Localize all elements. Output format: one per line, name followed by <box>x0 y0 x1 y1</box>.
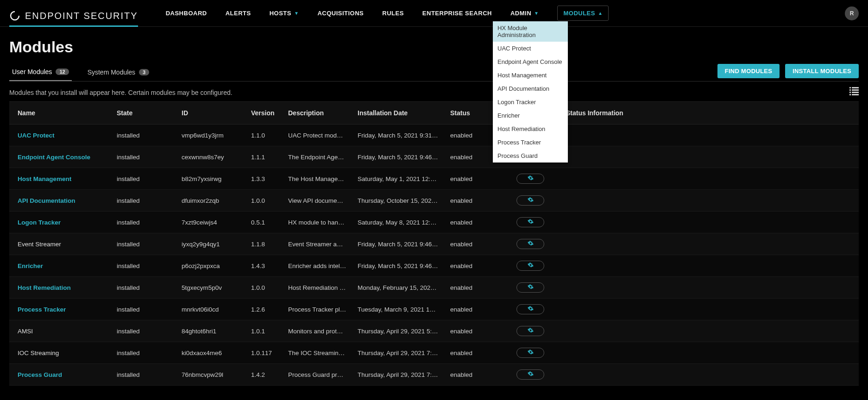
cell-status: enabled <box>445 125 500 146</box>
svg-rect-6 <box>852 92 859 93</box>
cell-status-info <box>560 364 859 386</box>
cell-id: p6ozj2pxpxca <box>176 255 245 277</box>
nav-hosts[interactable]: HOSTS▼ <box>270 10 299 17</box>
dropdown-item-endpoint-agent[interactable]: Endpoint Agent Console <box>493 55 568 69</box>
tab-system-modules[interactable]: System Modules 3 <box>85 63 152 81</box>
module-name: IOC Streaming <box>18 350 59 356</box>
table-row: Process Trackerinstalledmnrkvt06i0cd1.2.… <box>9 299 859 320</box>
gear-button[interactable] <box>516 217 544 227</box>
brand-logo-icon <box>9 10 20 21</box>
nav-admin[interactable]: ADMIN▼ <box>510 10 539 17</box>
cell-state: installed <box>111 168 176 190</box>
nav-dashboard[interactable]: DASHBOARD <box>166 10 207 17</box>
module-name[interactable]: Logon Tracker <box>18 219 61 226</box>
dropdown-item-process-tracker[interactable]: Process Tracker <box>493 136 568 149</box>
cell-version: 1.4.3 <box>245 255 283 277</box>
svg-rect-7 <box>849 94 851 95</box>
cell-install-date: Thursday, April 29, 2021 7:05 PM ... <box>352 342 445 364</box>
cell-id: 76nbmcvpw29l <box>176 364 245 386</box>
cell-action <box>500 299 560 320</box>
cell-status: enabled <box>445 190 500 212</box>
gear-button[interactable] <box>516 195 544 206</box>
cell-action <box>500 255 560 277</box>
tab-label: User Modules <box>12 68 52 75</box>
module-name[interactable]: API Documentation <box>18 197 75 204</box>
gear-icon <box>528 349 534 356</box>
modules-dropdown: HX Module Administration UAC Protect End… <box>493 21 568 162</box>
cell-status: enabled <box>445 255 500 277</box>
gear-button[interactable] <box>516 282 544 293</box>
gear-button[interactable] <box>516 326 544 336</box>
cell-status-info <box>560 146 859 168</box>
install-modules-button[interactable]: INSTALL MODULES <box>785 64 859 78</box>
cell-description: The Endpoint Agent C... <box>283 146 352 168</box>
dropdown-item-host-remediation[interactable]: Host Remediation <box>493 122 568 136</box>
module-name[interactable]: Process Tracker <box>18 306 66 313</box>
cell-status-info <box>560 168 859 190</box>
cell-id: iyxq2y9g4qy1 <box>176 233 245 255</box>
module-name[interactable]: Host Remediation <box>18 284 71 291</box>
dropdown-item-api-docs[interactable]: API Documentation <box>493 82 568 95</box>
cell-state: installed <box>111 364 176 386</box>
tab-label: System Modules <box>88 69 135 76</box>
tabs-row: User Modules 12 System Modules 3 FIND MO… <box>9 63 859 81</box>
module-name[interactable]: Process Guard <box>18 371 62 378</box>
th-install-date[interactable]: Installation Date <box>352 102 445 125</box>
th-description[interactable]: Description <box>283 102 352 125</box>
nav-items: DASHBOARD ALERTS HOSTS▼ ACQUISITIONS RUL… <box>166 6 609 21</box>
nav-alerts[interactable]: ALERTS <box>226 10 251 17</box>
dropdown-item-host-mgmt[interactable]: Host Management <box>493 69 568 82</box>
cell-version: 0.5.1 <box>245 212 283 233</box>
user-avatar[interactable]: R <box>845 6 859 20</box>
gear-button[interactable] <box>516 261 544 271</box>
nav-enterprise-search[interactable]: ENTERPRISE SEARCH <box>422 10 492 17</box>
tab-user-modules[interactable]: User Modules 12 <box>9 63 72 81</box>
th-status-info[interactable]: Status Information <box>560 102 859 125</box>
chevron-down-icon: ▼ <box>294 11 299 16</box>
cell-action <box>500 212 560 233</box>
module-name[interactable]: Enricher <box>18 262 43 269</box>
th-state[interactable]: State <box>111 102 176 125</box>
cell-version: 1.0.0 <box>245 190 283 212</box>
cell-id: ki0dxaox4me6 <box>176 342 245 364</box>
cell-version: 1.1.8 <box>245 233 283 255</box>
gear-button[interactable] <box>516 304 544 314</box>
gear-icon <box>528 197 534 204</box>
gear-button[interactable] <box>516 369 544 380</box>
cell-status: enabled <box>445 299 500 320</box>
svg-rect-8 <box>852 94 859 95</box>
table-row: Logon Trackerinstalled7xzt9ceiwjs40.5.1H… <box>9 212 859 233</box>
gear-button[interactable] <box>516 174 544 184</box>
dropdown-item-process-guard[interactable]: Process Guard <box>493 149 568 162</box>
list-view-icon[interactable] <box>849 87 859 98</box>
helper-row: Modules that you install will appear her… <box>9 87 859 98</box>
chevron-down-icon: ▼ <box>534 11 539 16</box>
cell-description: The IOC Streaming m... <box>283 342 352 364</box>
module-name[interactable]: UAC Protect <box>18 132 55 139</box>
th-id[interactable]: ID <box>176 102 245 125</box>
th-name[interactable]: Name <box>9 102 111 125</box>
nav-rules[interactable]: RULES <box>382 10 404 17</box>
gear-button[interactable] <box>516 348 544 358</box>
cell-description: UAC Protect module ... <box>283 125 352 146</box>
cell-description: HX module to handle ... <box>283 212 352 233</box>
module-name[interactable]: Host Management <box>18 175 71 182</box>
module-name[interactable]: Endpoint Agent Console <box>18 154 90 161</box>
cell-status: enabled <box>445 146 500 168</box>
dropdown-item-logon-tracker[interactable]: Logon Tracker <box>493 95 568 109</box>
find-modules-button[interactable]: FIND MODULES <box>717 64 780 78</box>
th-version[interactable]: Version <box>245 102 283 125</box>
brand-text: ENDPOINT SECURITY <box>25 11 138 21</box>
dropdown-item-hx-admin[interactable]: HX Module Administration <box>493 21 568 42</box>
cell-status: enabled <box>445 364 500 386</box>
tabs: User Modules 12 System Modules 3 <box>9 63 152 81</box>
dropdown-item-uac-protect[interactable]: UAC Protect <box>493 42 568 55</box>
cell-action <box>500 320 560 342</box>
svg-rect-3 <box>849 89 851 91</box>
th-status[interactable]: Status <box>445 102 500 125</box>
dropdown-item-enricher[interactable]: Enricher <box>493 109 568 122</box>
nav-acquisitions[interactable]: ACQUISITIONS <box>317 10 364 17</box>
gear-button[interactable] <box>516 239 544 249</box>
nav-modules[interactable]: MODULES▲ <box>557 6 609 21</box>
module-name: Event Streamer <box>18 241 61 248</box>
